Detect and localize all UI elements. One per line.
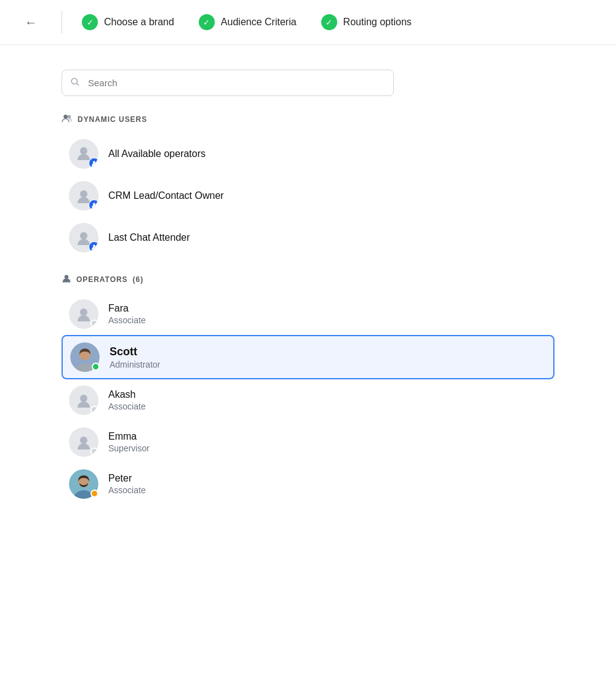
svg-point-9 xyxy=(93,245,95,248)
dynamic-users-header: DYNAMIC USERS xyxy=(62,113,554,126)
step-choose-brand[interactable]: ✓ Choose a brand xyxy=(82,14,174,30)
svg-point-4 xyxy=(80,147,87,155)
list-item-scott[interactable]: Scott Administrator xyxy=(62,335,554,379)
svg-point-14 xyxy=(80,395,87,402)
svg-point-8 xyxy=(80,232,87,240)
step-check-3: ✓ xyxy=(321,14,337,30)
item-info-akash: Akash Associate xyxy=(108,389,146,411)
svg-point-6 xyxy=(80,190,87,198)
svg-point-3 xyxy=(67,115,71,119)
step-label-2: Audience Criteria xyxy=(221,17,297,28)
avatar-scott xyxy=(70,342,100,372)
step-check-2: ✓ xyxy=(199,14,215,30)
step-label-1: Choose a brand xyxy=(104,17,174,28)
item-info-last-chat: Last Chat Attender xyxy=(108,232,190,243)
item-name-fara: Fara xyxy=(108,303,146,314)
dynamic-users-label: DYNAMIC USERS xyxy=(78,115,147,124)
avatar-last-chat xyxy=(69,223,98,252)
svg-point-2 xyxy=(63,115,68,119)
item-info-emma: Emma Supervisor xyxy=(108,431,150,453)
step-label-3: Routing options xyxy=(343,17,412,28)
item-role-emma: Supervisor xyxy=(108,443,150,453)
list-item-fara[interactable]: Fara Associate xyxy=(62,293,554,335)
item-role-peter: Associate xyxy=(108,485,146,495)
header: ← ✓ Choose a brand ✓ Audience Criteria ✓… xyxy=(0,0,616,45)
list-item-all-available[interactable]: All Available operators xyxy=(62,133,554,175)
dynamic-badge-all-available xyxy=(89,158,98,169)
dynamic-badge-crm xyxy=(89,199,98,211)
search-input[interactable] xyxy=(62,70,394,96)
list-item-akash[interactable]: Akash Associate xyxy=(62,379,554,421)
avatar-all-available xyxy=(69,139,98,169)
main-content: DYNAMIC USERS All Avail xyxy=(0,45,616,544)
svg-point-15 xyxy=(80,437,87,444)
operators-label: OPERATORS xyxy=(76,275,128,284)
item-name-akash: Akash xyxy=(108,389,146,400)
search-container xyxy=(62,70,554,96)
avatar-emma xyxy=(69,427,98,457)
operators-section: OPERATORS (6) Fara Associate xyxy=(62,273,554,505)
step-check-1: ✓ xyxy=(82,14,98,30)
avatar-peter xyxy=(69,469,98,499)
avatar-crm-lead xyxy=(69,181,98,211)
status-dot-peter xyxy=(90,490,98,498)
item-info-fara: Fara Associate xyxy=(108,303,146,325)
svg-point-7 xyxy=(93,203,95,206)
list-item-last-chat[interactable]: Last Chat Attender xyxy=(62,217,554,259)
svg-point-10 xyxy=(65,275,68,278)
header-divider xyxy=(62,11,62,33)
item-name-emma: Emma xyxy=(108,431,150,442)
item-name-last-chat: Last Chat Attender xyxy=(108,232,190,243)
step-routing-options[interactable]: ✓ Routing options xyxy=(321,14,412,30)
dynamic-users-icon xyxy=(62,113,73,126)
item-info-all-available: All Available operators xyxy=(108,148,206,159)
operators-header: OPERATORS (6) xyxy=(62,273,554,286)
dynamic-badge-last-chat xyxy=(89,241,98,252)
stepper: ✓ Choose a brand ✓ Audience Criteria ✓ R… xyxy=(82,14,596,30)
item-role-akash: Associate xyxy=(108,401,146,411)
operators-icon xyxy=(62,273,71,286)
status-dot-akash xyxy=(90,406,98,414)
item-name-crm-lead: CRM Lead/Contact Owner xyxy=(108,190,224,201)
operators-count: (6) xyxy=(133,275,144,284)
list-item-peter[interactable]: Peter Associate xyxy=(62,463,554,505)
item-name-all-available: All Available operators xyxy=(108,148,206,159)
list-item-crm-lead[interactable]: CRM Lead/Contact Owner xyxy=(62,175,554,217)
item-name-scott: Scott xyxy=(110,345,160,358)
item-name-peter: Peter xyxy=(108,473,146,484)
item-info-peter: Peter Associate xyxy=(108,473,146,495)
dynamic-users-section: DYNAMIC USERS All Avail xyxy=(62,113,554,259)
svg-point-5 xyxy=(93,161,95,164)
item-info-crm-lead: CRM Lead/Contact Owner xyxy=(108,190,224,201)
item-info-scott: Scott Administrator xyxy=(110,345,160,369)
step-audience-criteria[interactable]: ✓ Audience Criteria xyxy=(199,14,297,30)
avatar-akash xyxy=(69,385,98,415)
status-dot-emma xyxy=(90,448,98,456)
status-dot-scott xyxy=(92,363,100,371)
status-dot-fara xyxy=(90,320,98,328)
avatar-fara xyxy=(69,299,98,329)
back-button[interactable]: ← xyxy=(20,13,42,32)
item-role-scott: Administrator xyxy=(110,360,160,369)
item-role-fara: Associate xyxy=(108,315,146,325)
list-item-emma[interactable]: Emma Supervisor xyxy=(62,421,554,463)
svg-point-11 xyxy=(80,308,87,316)
